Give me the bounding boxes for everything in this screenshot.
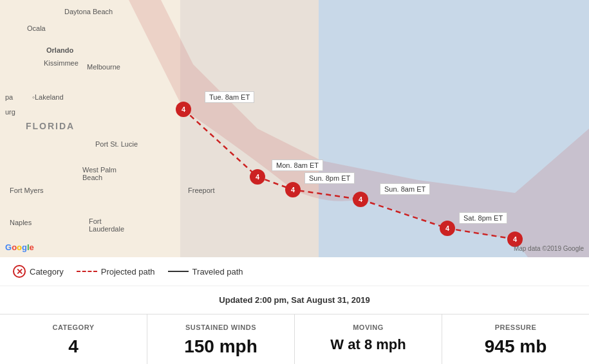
traveled-path-icon xyxy=(168,271,189,272)
update-bar: Updated 2:00 pm, Sat August 31, 2019 xyxy=(0,286,589,314)
map-container: Daytona Beach Ocala Orlando Kissimmee Me… xyxy=(0,0,589,257)
stat-moving: MOVING W at 8 mph xyxy=(295,314,442,364)
pressure-label: PRESSURE xyxy=(449,323,583,331)
stat-pressure: PRESSURE 945 mb xyxy=(442,314,589,364)
time-label-sun-pm: Sun. 8pm ET xyxy=(304,172,355,184)
time-label-mon: Mon. 8am ET xyxy=(272,159,323,171)
stats-row: CATEGORY 4 SUSTAINED WINDS 150 mph MOVIN… xyxy=(0,314,589,364)
legend-category: ✕ Category xyxy=(13,265,64,278)
storm-dot-sun-am: 4 xyxy=(353,192,368,207)
legend-projected: Projected path xyxy=(77,267,155,277)
storm-dot-mon: 4 xyxy=(250,169,265,185)
map-credit: Map data ©2019 Google xyxy=(514,245,584,252)
pressure-value: 945 mb xyxy=(449,336,583,357)
winds-value: 150 mph xyxy=(154,336,288,357)
winds-label: SUSTAINED WINDS xyxy=(154,323,288,331)
category-x-icon: ✕ xyxy=(13,265,26,278)
time-label-sun-am: Sun. 8am ET xyxy=(380,183,430,195)
projected-path-icon xyxy=(77,271,97,272)
moving-label: MOVING xyxy=(301,323,435,331)
stat-category: CATEGORY 4 xyxy=(0,314,147,364)
category-value: 4 xyxy=(6,336,140,357)
legend-category-label: Category xyxy=(30,267,64,277)
storm-dot-sun-pm: 4 xyxy=(285,182,301,197)
category-label: CATEGORY xyxy=(6,323,140,331)
time-label-tue: Tue. 8am ET xyxy=(205,91,254,103)
storm-dot-sat-pm: 4 xyxy=(440,221,455,236)
google-logo: Google xyxy=(5,242,34,252)
legend: ✕ Category Projected path Traveled path xyxy=(0,257,589,286)
legend-traveled: Traveled path xyxy=(168,267,243,277)
updated-text: Updated 2:00 pm, Sat August 31, 2019 xyxy=(219,295,369,305)
stat-winds: SUSTAINED WINDS 150 mph xyxy=(147,314,295,364)
moving-value: W at 8 mph xyxy=(301,336,435,353)
legend-projected-label: Projected path xyxy=(101,267,155,277)
legend-traveled-label: Traveled path xyxy=(192,267,243,277)
storm-dot-tue: 4 xyxy=(176,102,191,117)
time-label-sat-pm: Sat. 8pm ET xyxy=(459,212,507,224)
